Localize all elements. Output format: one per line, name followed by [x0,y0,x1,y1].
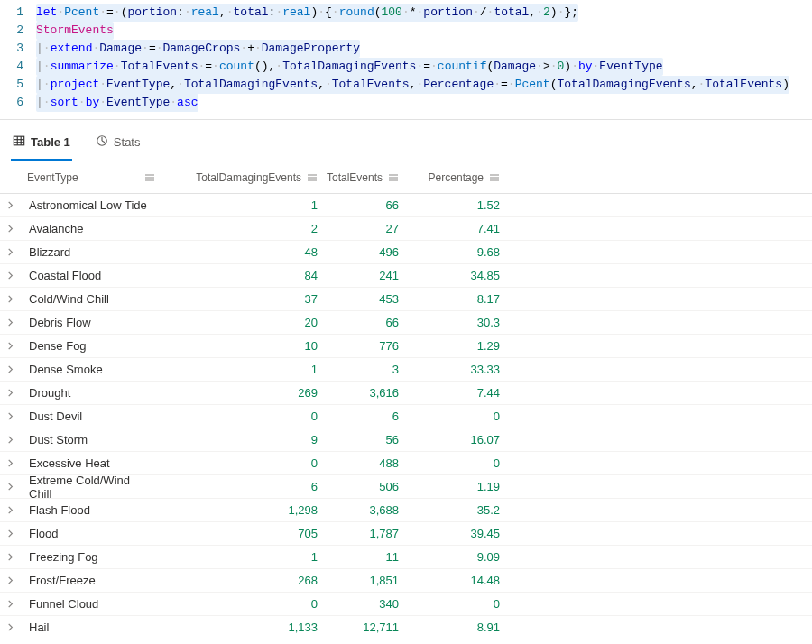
table-row[interactable]: Cold/Wind Chill374538.17 [0,288,812,311]
editor-line[interactable]: 4|·summarize·TotalEvents·=·count(),·Tota… [0,58,812,76]
table-row[interactable]: Frost/Freeze2681,85114.48 [0,569,812,593]
cell-percentage: 34.85 [406,269,507,282]
cell-totaldamagingevents: 0 [162,597,325,611]
cell-eventtype: Blizzard [20,245,162,259]
expand-row-icon[interactable] [0,294,20,305]
cell-totalevents: 453 [325,292,406,306]
table-row[interactable]: Astronomical Low Tide1661.52 [0,194,812,217]
cell-totaldamagingevents: 9 [162,433,325,446]
cell-totaldamagingevents: 1,133 [162,621,325,634]
cell-totaldamagingevents: 37 [162,292,325,306]
cell-percentage: 30.3 [406,316,507,329]
editor-line[interactable]: 3|·extend·Damage·=·DamageCrops·+·DamageP… [0,40,812,58]
expand-row-icon[interactable] [0,529,20,539]
table-row[interactable]: Drought2693,6167.44 [0,382,812,405]
cell-totaldamagingevents: 0 [162,456,325,470]
code-content[interactable]: |·sort·by·EventType·asc [36,94,198,112]
expand-row-icon[interactable] [0,247,20,258]
cell-totalevents: 66 [325,316,406,329]
column-menu-icon[interactable] [144,172,155,183]
table-row[interactable]: Debris Flow206630.3 [0,311,812,335]
expand-row-icon[interactable] [0,224,20,235]
table-row[interactable]: Flood7051,78739.45 [0,522,812,546]
cell-totaldamagingevents: 269 [162,386,325,400]
column-menu-icon[interactable] [489,172,500,183]
expand-row-icon[interactable] [0,505,20,516]
cell-eventtype: Dense Fog [20,339,162,353]
line-number: 2 [0,22,36,40]
cell-totalevents: 56 [325,433,406,446]
expand-row-icon[interactable] [0,435,20,446]
query-editor[interactable]: 1let·Pcent·=·(portion:·real,·total:·real… [0,0,812,120]
table-row[interactable]: Freezing Fog1119.09 [0,546,812,569]
code-content[interactable]: |·summarize·TotalEvents·=·count(),·Total… [36,58,663,76]
expand-row-icon[interactable] [0,575,20,586]
table-row[interactable]: Funnel Cloud03400 [0,593,812,616]
cell-totalevents: 6 [325,409,406,423]
editor-line[interactable]: 5|·project·EventType,·TotalDamagingEvent… [0,76,812,94]
code-content[interactable]: StormEvents [36,22,114,40]
expand-row-icon[interactable] [0,364,20,375]
expand-row-icon[interactable] [0,271,20,281]
editor-line[interactable]: 6|·sort·by·EventType·asc [0,94,812,112]
cell-percentage: 14.48 [406,574,507,587]
tab-stats-label: Stats [114,135,141,149]
expand-row-icon[interactable] [0,482,20,492]
result-tabs: Table 1 Stats [0,120,812,161]
cell-totaldamagingevents: 268 [162,574,325,587]
cell-percentage: 0 [406,597,507,611]
cell-totalevents: 1,787 [325,527,406,540]
cell-eventtype: Frost/Freeze [20,574,162,587]
cell-eventtype: Hail [20,621,162,634]
code-content[interactable]: |·extend·Damage·=·DamageCrops·+·DamagePr… [36,40,360,58]
cell-eventtype: Cold/Wind Chill [20,292,162,306]
cell-totalevents: 506 [325,480,406,493]
line-number: 3 [0,40,36,58]
expand-row-icon[interactable] [0,411,20,422]
column-header-totalevents[interactable]: TotalEvents [325,161,406,193]
editor-line[interactable]: 1let·Pcent·=·(portion:·real,·total:·real… [0,4,812,22]
cell-eventtype: Coastal Flood [20,269,162,282]
table-row[interactable]: Heat04640 [0,639,812,644]
expand-row-icon[interactable] [0,388,20,399]
expand-row-icon[interactable] [0,458,20,469]
table-row[interactable]: Dense Smoke1333.33 [0,358,812,382]
cell-totalevents: 27 [325,222,406,235]
cell-percentage: 1.52 [406,198,507,212]
column-header-label: TotalEvents [327,171,383,184]
column-menu-icon[interactable] [388,172,399,183]
table-row[interactable]: Coastal Flood8424134.85 [0,264,812,288]
tab-table[interactable]: Table 1 [11,129,72,161]
cell-totalevents: 66 [325,198,406,212]
expand-row-icon[interactable] [0,317,20,328]
table-row[interactable]: Blizzard484969.68 [0,241,812,264]
cell-totalevents: 776 [325,339,406,353]
cell-eventtype: Avalanche [20,222,162,235]
line-number: 1 [0,4,36,22]
table-row[interactable]: Hail1,13312,7118.91 [0,616,812,639]
expand-row-icon[interactable] [0,341,20,352]
cell-totaldamagingevents: 1 [162,550,325,564]
table-row[interactable]: Avalanche2277.41 [0,217,812,241]
table-row[interactable]: Flash Flood1,2983,68835.2 [0,499,812,522]
cell-percentage: 7.44 [406,386,507,400]
expand-row-icon[interactable] [0,552,20,563]
editor-line[interactable]: 2StormEvents [0,22,812,40]
column-header-totaldamagingevents[interactable]: TotalDamagingEvents [162,161,325,193]
column-header-percentage[interactable]: Percentage [406,161,507,193]
table-row[interactable]: Extreme Cold/Wind Chill65061.19 [0,475,812,499]
table-row[interactable]: Excessive Heat04880 [0,452,812,475]
expand-row-icon[interactable] [0,200,20,211]
table-row[interactable]: Dust Storm95616.07 [0,428,812,452]
cell-eventtype: Drought [20,386,162,400]
table-row[interactable]: Dense Fog107761.29 [0,335,812,358]
table-row[interactable]: Dust Devil060 [0,405,812,428]
tab-stats[interactable]: Stats [94,129,143,161]
expand-row-icon[interactable] [0,622,20,633]
column-header-eventtype[interactable]: EventType [20,161,162,193]
column-menu-icon[interactable] [307,172,318,183]
code-content[interactable]: |·project·EventType,·TotalDamagingEvents… [36,76,789,94]
code-content[interactable]: let·Pcent·=·(portion:·real,·total:·real)… [36,4,578,22]
expand-row-icon[interactable] [0,599,20,610]
cell-percentage: 39.45 [406,527,507,540]
